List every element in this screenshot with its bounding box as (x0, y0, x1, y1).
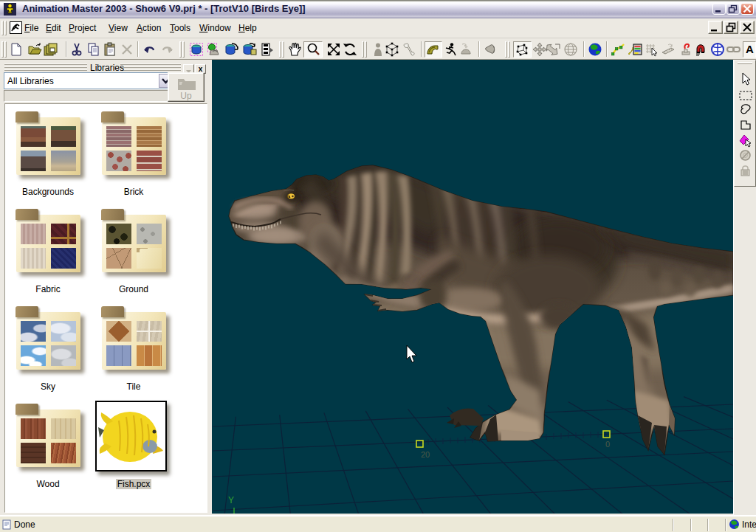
svg-text:Y: Y (228, 495, 234, 505)
svg-text:20: 20 (421, 450, 430, 459)
svg-text:0: 0 (605, 440, 610, 449)
